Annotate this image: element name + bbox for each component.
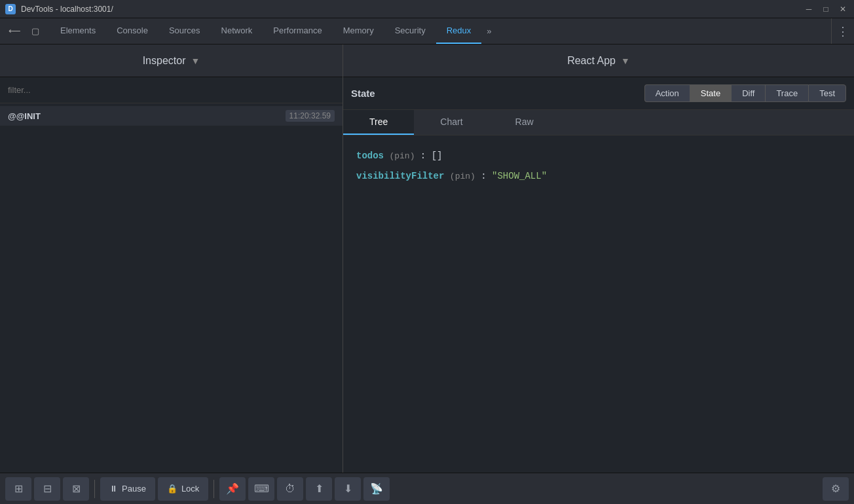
- visibility-filter-line: visibilityFilter (pin) : "SHOW_ALL": [356, 169, 841, 184]
- download-icon[interactable]: ⬇: [335, 477, 361, 501]
- test-tab-button[interactable]: Test: [808, 84, 846, 102]
- inspector-title: Inspector: [143, 55, 186, 67]
- main-area: Inspector ▼ @@INIT 11:20:32.59 React App…: [0, 45, 854, 473]
- react-app-chevron-icon[interactable]: ▼: [621, 56, 630, 66]
- more-options-button[interactable]: ⋮: [831, 18, 854, 44]
- pause-label: Pause: [122, 484, 146, 494]
- react-app-title: React App: [567, 55, 616, 67]
- pin-icon[interactable]: 📌: [219, 477, 246, 501]
- tab-sources[interactable]: Sources: [158, 18, 211, 44]
- tab-security[interactable]: Security: [384, 18, 436, 44]
- react-app-header: React App ▼: [343, 45, 854, 77]
- state-tabs-row: State Action State Diff Trace Test: [343, 77, 854, 110]
- state-tab-button[interactable]: State: [690, 84, 731, 102]
- tab-overflow-button[interactable]: »: [481, 18, 496, 44]
- raw-view-tab[interactable]: Raw: [489, 110, 560, 135]
- grid-small-icon[interactable]: ⊞: [5, 477, 31, 501]
- action-name: @@INIT: [8, 111, 41, 121]
- tree-view-tab[interactable]: Tree: [343, 110, 414, 135]
- todos-pin: (pin): [389, 151, 415, 161]
- visibility-filter-value: "SHOW_ALL": [492, 171, 547, 181]
- pause-button[interactable]: ⏸ Pause: [100, 477, 155, 501]
- diff-tab-button[interactable]: Diff: [731, 84, 765, 102]
- pause-icon: ⏸: [109, 484, 118, 494]
- visibility-filter-pin: (pin): [450, 171, 475, 181]
- device-icon[interactable]: ▢: [26, 22, 45, 41]
- visibility-filter-key: visibilityFilter: [356, 171, 444, 181]
- keyboard-icon[interactable]: ⌨: [248, 477, 274, 501]
- bottom-toolbar: ⊞ ⊟ ⊠ ⏸ Pause 🔒 Lock 📌 ⌨ ⏱ ⬆ ⬇ 📡 ⚙: [0, 473, 854, 504]
- timer-icon[interactable]: ⏱: [277, 477, 303, 501]
- right-panel: React App ▼ State Action State Diff Trac…: [343, 45, 854, 473]
- main-tabs: Elements Console Sources Network Perform…: [50, 18, 481, 44]
- action-list: @@INIT 11:20:32.59: [0, 103, 343, 473]
- action-item[interactable]: @@INIT 11:20:32.59: [0, 106, 343, 126]
- trace-tab-button[interactable]: Trace: [765, 84, 808, 102]
- inspector-chevron-icon[interactable]: ▼: [191, 56, 200, 66]
- lock-button[interactable]: 🔒 Lock: [158, 477, 208, 501]
- window-title: DevTools - localhost:3001/: [21, 5, 798, 14]
- filter-input[interactable]: [8, 82, 335, 98]
- todos-line: todos (pin) : []: [356, 149, 841, 164]
- back-arrow-icon[interactable]: ⟵: [5, 22, 24, 41]
- action-time: 11:20:32.59: [286, 110, 335, 122]
- filter-area: [0, 77, 343, 103]
- lock-label: Lock: [181, 484, 199, 494]
- grid-large-icon[interactable]: ⊠: [63, 477, 89, 501]
- divider-1: [94, 480, 95, 498]
- settings-icon[interactable]: ⚙: [823, 477, 849, 501]
- upload-icon[interactable]: ⬆: [306, 477, 332, 501]
- inspector-header: Inspector ▼: [0, 45, 343, 77]
- chart-view-tab[interactable]: Chart: [414, 110, 489, 135]
- state-label: State: [351, 88, 375, 99]
- tab-redux[interactable]: Redux: [436, 18, 482, 44]
- grid-medium-icon[interactable]: ⊟: [34, 477, 60, 501]
- devtools-icon: D: [5, 4, 16, 14]
- title-bar: D DevTools - localhost:3001/ ─ □ ✕: [0, 0, 854, 18]
- tab-console[interactable]: Console: [106, 18, 158, 44]
- window-controls: ─ □ ✕: [803, 3, 849, 15]
- minimize-button[interactable]: ─: [803, 3, 815, 15]
- todos-value: []: [432, 151, 443, 161]
- tab-elements[interactable]: Elements: [50, 18, 106, 44]
- tab-bar-left-controls: ⟵ ▢: [0, 18, 50, 44]
- action-tab-button[interactable]: Action: [644, 84, 690, 102]
- broadcast-icon[interactable]: 📡: [363, 477, 390, 501]
- view-tabs-row: Tree Chart Raw: [343, 110, 854, 135]
- tab-memory[interactable]: Memory: [333, 18, 384, 44]
- maximize-button[interactable]: □: [820, 3, 832, 15]
- close-button[interactable]: ✕: [837, 3, 849, 15]
- tab-performance[interactable]: Performance: [263, 18, 332, 44]
- tab-bar: ⟵ ▢ Elements Console Sources Network Per…: [0, 18, 854, 45]
- lock-icon: 🔒: [167, 484, 177, 494]
- left-panel: Inspector ▼ @@INIT 11:20:32.59: [0, 45, 343, 473]
- todos-key: todos: [356, 151, 384, 161]
- state-content: todos (pin) : [] visibilityFilter (pin) …: [343, 135, 854, 473]
- divider-2: [214, 480, 214, 498]
- tab-network[interactable]: Network: [211, 18, 263, 44]
